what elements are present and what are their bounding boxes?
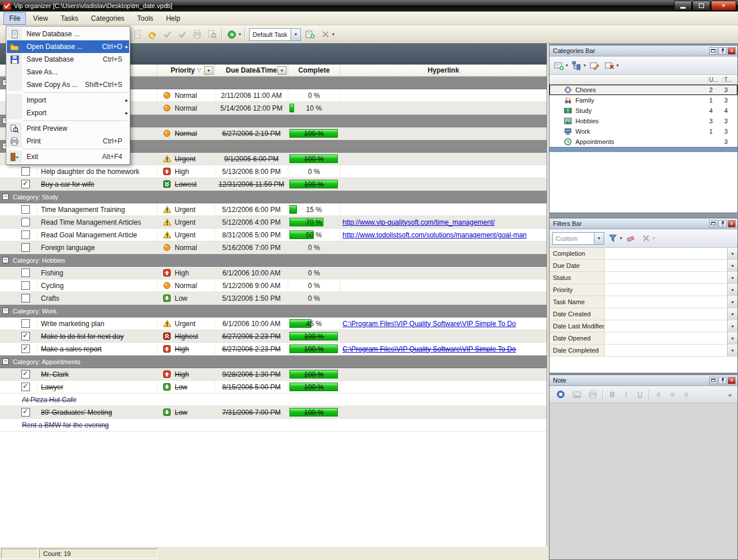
note-panel-pin-button[interactable] (718, 377, 726, 384)
numbered-list-icon[interactable]: ≡ (667, 391, 677, 399)
underline-icon[interactable]: U (635, 391, 645, 399)
task-checkbox[interactable] (21, 268, 30, 277)
filter-field-value[interactable] (605, 308, 727, 320)
categories-panel-close-button[interactable]: ✕ (728, 47, 736, 55)
filters-panel-pin-button[interactable] (718, 220, 726, 228)
task-hyperlink[interactable]: C:\Program Files\VIP Quality Software\VI… (342, 320, 516, 328)
menu-categories[interactable]: Categories (85, 12, 130, 25)
categories-panel-pin-button[interactable] (718, 47, 726, 55)
filter-field-value[interactable] (605, 332, 727, 344)
task-checkbox[interactable] (21, 319, 30, 328)
clear-filter-icon[interactable] (624, 232, 637, 245)
minimize-button[interactable] (674, 1, 692, 11)
new-category-icon-dropdown[interactable]: ▾ (566, 63, 568, 68)
task-checkbox[interactable] (21, 370, 30, 379)
column-header-priority[interactable]: Priority ▽ ▼ (157, 65, 215, 76)
note-panel-close-button[interactable]: ✕ (728, 377, 736, 384)
category-item-hobbies[interactable]: Hobbies33 (549, 116, 737, 126)
filter-field-value[interactable] (605, 296, 727, 308)
task-row[interactable]: Time Management TrainingUrgent5/12/2006 … (0, 203, 547, 216)
category-item-work[interactable]: Work13 (549, 126, 737, 137)
task-row[interactable]: Make a sales reportHigh6/27/2006 2:23 PM… (0, 343, 547, 355)
categories-scrollbar[interactable] (549, 147, 737, 152)
task-row[interactable]: LawyerLow8/15/2006 5:00 PM100 % (0, 381, 547, 393)
categories-panel-minimize-button[interactable] (709, 47, 717, 55)
filter-preset-arrow-icon[interactable]: ▼ (594, 233, 604, 244)
default-task-combo[interactable]: Default Task▼ (249, 28, 301, 41)
task-row[interactable]: Mr. ClarkHigh9/28/2006 1:30 PM100 % (0, 368, 547, 381)
file-menu-item-exit[interactable]: ExitAlt+F4 (7, 150, 129, 163)
outdent-icon[interactable]: ≡ (681, 391, 691, 399)
delete-filter-icon[interactable] (639, 232, 652, 245)
delete-category-icon[interactable] (603, 59, 616, 72)
task-checkbox[interactable] (21, 180, 30, 188)
filter-dropdown-button[interactable]: ▾ (727, 345, 737, 356)
file-menu-item-print[interactable]: PrintCtrl+P (7, 135, 129, 147)
task-checkbox[interactable] (21, 218, 30, 226)
filter-field-value[interactable] (605, 320, 727, 332)
group-collapse-icon[interactable]: − (2, 257, 9, 263)
menu-file[interactable]: File (3, 12, 26, 25)
italic-icon[interactable]: I (621, 391, 631, 399)
categories-tree-icon[interactable] (570, 59, 583, 72)
task-checkbox[interactable] (21, 408, 30, 417)
task-checkbox[interactable] (21, 332, 30, 340)
filter-field-value[interactable] (605, 272, 727, 283)
task-checkbox[interactable] (21, 383, 30, 391)
file-menu-item-open-database[interactable]: Open Database ...Ctrl+O▸ (7, 40, 129, 53)
filter-dropdown-button[interactable]: ▾ (727, 284, 737, 296)
task-hyperlink[interactable]: C:\Program Files\VIP Quality Software\VI… (342, 345, 516, 353)
view-mode-icon-dropdown[interactable]: ▾ (239, 32, 241, 37)
file-menu-item-save-copy-as[interactable]: Save Copy As ...Shift+Ctrl+S (7, 78, 129, 91)
toolbar-overflow-icon[interactable]: » (725, 391, 735, 398)
filter-preset-combo[interactable]: Custom ▼ (552, 232, 604, 245)
file-menu-item-import[interactable]: Import▸ (7, 94, 129, 107)
undo-icon[interactable] (146, 29, 158, 40)
category-group-row[interactable]: −Category: Appointments (0, 355, 547, 368)
file-menu-item-new-database[interactable]: New Database ... (7, 28, 129, 40)
print-note-icon[interactable] (586, 388, 599, 401)
task-checkbox[interactable] (21, 281, 30, 290)
filter-dropdown-button[interactable]: ▾ (727, 296, 737, 308)
delete-default-task-icon-dropdown[interactable]: ▾ (332, 32, 334, 37)
column-header-complete[interactable]: Complete (288, 65, 340, 76)
group-collapse-icon[interactable]: − (2, 358, 9, 365)
task-row[interactable]: Read Goal Management ArticleUrgent8/31/2… (0, 229, 547, 241)
file-menu-item-save-as[interactable]: Save As... (7, 66, 129, 78)
apply-filter-icon[interactable] (607, 232, 619, 245)
due-filter-button[interactable]: ▼ (277, 66, 287, 75)
task-checkbox[interactable] (21, 294, 30, 302)
menu-help[interactable]: Help (160, 12, 186, 25)
filter-overflow-icon[interactable]: ▾ (653, 236, 655, 241)
filter-dropdown-button[interactable]: ▾ (727, 308, 737, 320)
file-menu-item-print-preview[interactable]: Print Preview (7, 122, 129, 135)
task-row[interactable]: Make to do list for next dayHighest6/27/… (0, 330, 547, 343)
category-uncompleted-column[interactable]: U... (707, 77, 722, 83)
file-menu-item-save-database[interactable]: Save DatabaseCtrl+S (7, 53, 129, 66)
insert-object-icon[interactable] (554, 388, 567, 401)
group-collapse-icon[interactable]: − (2, 194, 9, 200)
file-menu-item-export[interactable]: Export▸ (7, 107, 129, 119)
task-row[interactable]: Buy a car for wifeLowest12/31/2006 11:59… (0, 178, 547, 191)
category-group-row[interactable]: −Category: Study (0, 191, 547, 203)
insert-image-icon[interactable] (570, 388, 583, 401)
paste-icon[interactable] (131, 29, 143, 40)
bold-icon[interactable]: B (607, 391, 617, 399)
print-preview-icon[interactable] (206, 29, 218, 40)
filter-field-value[interactable] (605, 260, 727, 271)
default-task-combo-arrow-icon[interactable]: ▼ (291, 29, 300, 40)
menu-tools[interactable]: Tools (131, 12, 159, 25)
task-checkbox[interactable] (21, 243, 30, 252)
task-row[interactable]: 89' Graduates' MeetingLow7/31/2006 7:00 … (0, 406, 547, 419)
task-row[interactable]: Foreign languageNormal5/16/2006 7:00 PM0… (0, 241, 547, 254)
categories-tree-icon-dropdown[interactable]: ▾ (583, 63, 586, 68)
filter-dropdown-button[interactable]: ▾ (727, 332, 737, 344)
category-group-row[interactable]: −Category: Work (0, 305, 547, 317)
task-checkbox[interactable] (21, 345, 30, 353)
filter-field-value[interactable] (605, 284, 727, 296)
task-checkbox[interactable] (21, 205, 30, 214)
category-group-row[interactable]: −Category: Hobbies (0, 254, 547, 267)
hide-completed-icon[interactable] (176, 29, 188, 40)
column-header-hyperlink[interactable]: Hyperlink (340, 65, 547, 76)
bullet-list-icon[interactable]: ≡ (653, 391, 664, 399)
